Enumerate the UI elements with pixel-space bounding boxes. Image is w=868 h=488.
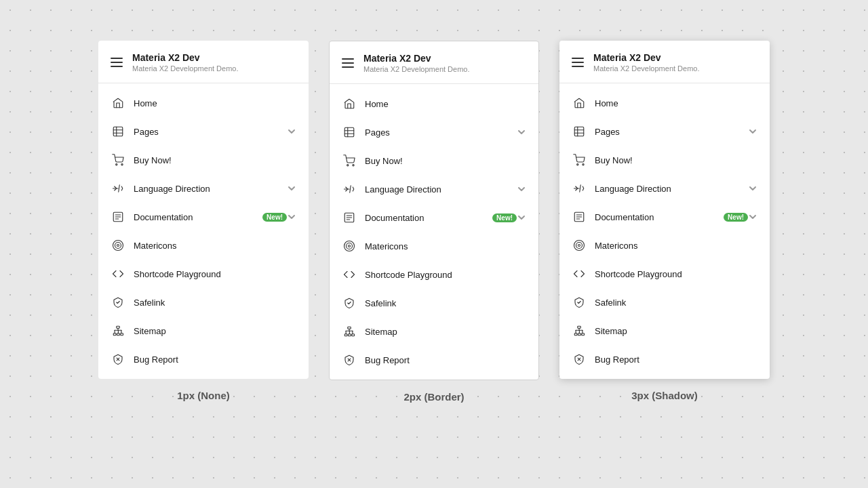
documentation-arrow-icon-2 <box>517 213 526 222</box>
nav-item-documentation[interactable]: Documentation New! <box>98 203 309 231</box>
nav-item-documentation-2[interactable]: Documentation New! <box>330 203 538 232</box>
target-icon-2 <box>342 239 357 253</box>
nav-label-buy-now-2: Buy Now! <box>365 156 526 166</box>
code-icon-3 <box>572 266 587 281</box>
nav-item-safelink-2[interactable]: Safelink <box>330 289 538 317</box>
nav-label-language-2: Language Direction <box>365 184 517 195</box>
nav-label-bug-report-3: Bug Report <box>595 354 757 365</box>
panel-wrapper-2: Materia X2 Dev Materia X2 Development De… <box>329 41 539 403</box>
svg-rect-40 <box>352 334 355 336</box>
panel-2-subtitle: Materia X2 Development Demo. <box>363 64 470 74</box>
nav-label-sitemap-2: Sitemap <box>365 327 526 337</box>
nav-item-home[interactable]: Home <box>98 89 309 117</box>
nav-label-safelink-3: Safelink <box>595 298 757 308</box>
nav-label-bug-report: Bug Report <box>134 354 296 365</box>
nav-label-shortcode: Shortcode Playground <box>134 269 296 279</box>
nav-item-sitemap-3[interactable]: Sitemap <box>559 317 770 345</box>
nav-item-safelink-3[interactable]: Safelink <box>559 288 770 317</box>
language-arrow-icon-3 <box>748 184 757 193</box>
nav-item-matericons-2[interactable]: Matericons <box>330 232 538 260</box>
nav-label-language-3: Language Direction <box>595 184 748 194</box>
svg-rect-16 <box>121 333 123 336</box>
nav-item-safelink[interactable]: Safelink <box>98 288 309 317</box>
cart-icon-3 <box>572 152 587 167</box>
nav-item-buy-now[interactable]: Buy Now! <box>98 146 309 174</box>
hamburger-icon-2[interactable] <box>342 58 354 68</box>
svg-point-53 <box>583 164 584 165</box>
code-icon <box>111 266 125 281</box>
doc-icon <box>111 209 125 224</box>
panel-header-2: Materia X2 Dev Materia X2 Development De… <box>330 41 538 84</box>
panel-2-label: 2px (Border) <box>403 391 464 403</box>
nav-label-pages: Pages <box>134 127 287 137</box>
nav-label-matericons-3: Matericons <box>595 241 757 251</box>
nav-label-shortcode-3: Shortcode Playground <box>595 269 757 279</box>
sitemap-icon-2 <box>342 324 357 339</box>
nav-item-shortcode-3[interactable]: Shortcode Playground <box>559 260 770 288</box>
nav-item-bug-report-2[interactable]: Bug Report <box>330 346 538 374</box>
nav-item-language-2[interactable]: Language Direction <box>330 175 538 203</box>
language-arrow-icon <box>287 184 296 193</box>
nav-list-3: Home Pages Buy Now! <box>559 83 770 379</box>
nav-label-documentation: Documentation <box>134 212 258 222</box>
nav-item-matericons-3[interactable]: Matericons <box>559 231 770 260</box>
nav-label-buy-now: Buy Now! <box>134 155 296 165</box>
svg-rect-0 <box>113 127 123 137</box>
nav-item-home-3[interactable]: Home <box>559 89 770 117</box>
panel-3-label: 3px (Shadow) <box>631 390 698 401</box>
svg-point-52 <box>577 164 578 165</box>
panel-3: Materia X2 Dev Materia X2 Development De… <box>559 41 770 379</box>
pages-arrow-icon <box>287 127 296 136</box>
nav-item-shortcode[interactable]: Shortcode Playground <box>98 260 309 288</box>
svg-point-35 <box>347 243 353 249</box>
nav-label-sitemap-3: Sitemap <box>595 326 757 336</box>
target-icon-3 <box>572 238 587 253</box>
svg-point-58 <box>574 241 585 251</box>
nav-item-pages-2[interactable]: Pages <box>330 118 538 146</box>
nav-item-buy-now-2[interactable]: Buy Now! <box>330 146 538 175</box>
nav-item-documentation-3[interactable]: Documentation New! <box>559 203 770 231</box>
nav-label-safelink: Safelink <box>134 298 296 308</box>
nav-item-pages-3[interactable]: Pages <box>559 117 770 146</box>
hamburger-icon[interactable] <box>111 58 123 67</box>
cart-icon-2 <box>342 153 357 168</box>
nav-item-matericons[interactable]: Matericons <box>98 231 309 260</box>
home-icon-3 <box>572 96 587 110</box>
nav-item-sitemap[interactable]: Sitemap <box>98 317 309 345</box>
nav-item-home-2[interactable]: Home <box>330 89 538 118</box>
nav-item-language-3[interactable]: Language Direction <box>559 174 770 203</box>
pages-arrow-icon-3 <box>748 127 757 136</box>
doc-icon-3 <box>572 209 587 224</box>
hamburger-icon-3[interactable] <box>572 58 584 67</box>
svg-point-29 <box>353 165 354 166</box>
language-arrow-icon-2 <box>517 184 526 194</box>
pages-icon-3 <box>572 124 587 139</box>
panel-2: Materia X2 Dev Materia X2 Development De… <box>329 41 539 380</box>
svg-point-28 <box>347 165 349 166</box>
shield-check-icon-3 <box>572 295 587 310</box>
nav-label-home-2: Home <box>365 99 526 109</box>
nav-label-bug-report-2: Bug Report <box>365 355 526 365</box>
documentation-badge-2: New! <box>492 214 517 222</box>
nav-item-bug-report-3[interactable]: Bug Report <box>559 345 770 373</box>
panel-1: Materia X2 Dev Materia X2 Development De… <box>98 41 309 379</box>
nav-item-pages[interactable]: Pages <box>98 117 309 146</box>
nav-item-shortcode-2[interactable]: Shortcode Playground <box>330 260 538 289</box>
svg-point-5 <box>121 164 123 165</box>
panel-3-subtitle: Materia X2 Development Demo. <box>593 64 700 73</box>
nav-item-sitemap-2[interactable]: Sitemap <box>330 317 538 346</box>
pages-icon <box>111 124 125 139</box>
translate-icon-2 <box>342 182 357 197</box>
nav-item-language[interactable]: Language Direction <box>98 174 309 203</box>
nav-item-bug-report[interactable]: Bug Report <box>98 345 309 373</box>
panel-header-1: Materia X2 Dev Materia X2 Development De… <box>98 41 309 83</box>
shield-check-icon-2 <box>342 296 357 310</box>
page-container: Materia X2 Dev Materia X2 Development De… <box>0 0 868 488</box>
nav-label-shortcode-2: Shortcode Playground <box>365 270 526 280</box>
header-text-2: Materia X2 Dev Materia X2 Development De… <box>363 52 470 74</box>
translate-icon-3 <box>572 181 587 196</box>
nav-label-home: Home <box>134 98 296 108</box>
nav-item-buy-now-3[interactable]: Buy Now! <box>559 146 770 174</box>
header-text-1: Materia X2 Dev Materia X2 Development De… <box>132 52 239 73</box>
panel-wrapper-1: Materia X2 Dev Materia X2 Development De… <box>98 41 309 401</box>
